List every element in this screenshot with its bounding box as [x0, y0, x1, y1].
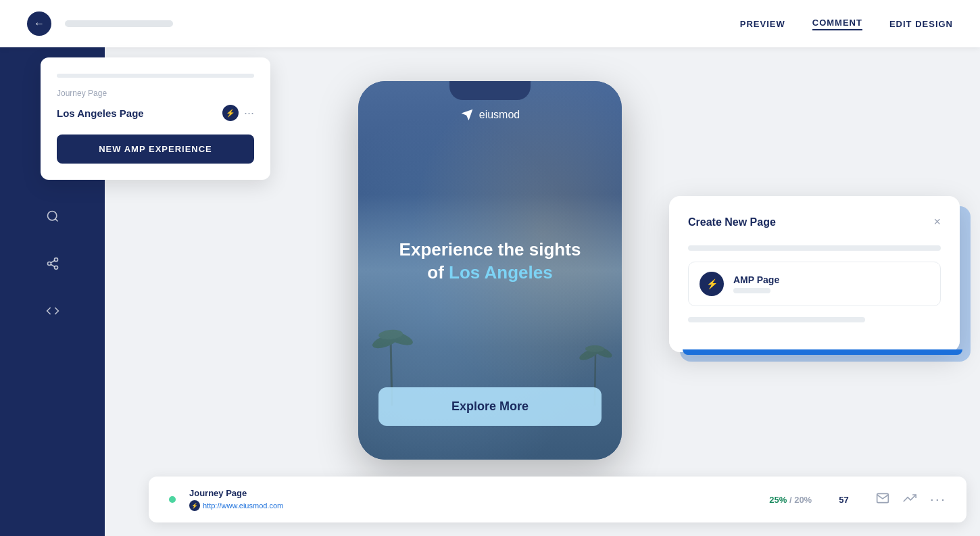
mail-icon[interactable] [876, 491, 889, 508]
bottom-info: Journey Page ⚡ http://www.eiusmod.com [189, 488, 756, 511]
sidebar-icon-share[interactable] [39, 250, 66, 277]
breadcrumb-bar [65, 20, 173, 27]
stat-number: 57 [839, 495, 848, 505]
more-icon[interactable]: ··· [930, 491, 946, 508]
journey-section-label: Journey Page [57, 89, 254, 98]
svg-point-7 [47, 262, 51, 266]
svg-line-9 [51, 264, 55, 266]
mobile-header: eiusmod [358, 108, 622, 122]
svg-point-8 [54, 266, 57, 269]
stat-percent: 25% / 20% [769, 495, 812, 505]
bottom-stats: 25% / 20% 57 ··· [769, 491, 946, 508]
journey-page-name: Los Angeles Page [57, 107, 144, 119]
amp-option-content: AMP Page [733, 274, 779, 293]
top-nav: ← PREVIEW COMMENT EDIT DESIGN [0, 0, 980, 47]
journey-divider-top [57, 74, 254, 78]
new-amp-experience-button[interactable]: NEW AMP EXPERIENCE [57, 135, 254, 164]
headline-highlight: Los Angeles [449, 262, 553, 282]
journey-row: Los Angeles Page ⚡ ··· [57, 105, 254, 121]
amp-option-subtitle-bar [733, 288, 770, 293]
bottom-bar: Journey Page ⚡ http://www.eiusmod.com 25… [149, 477, 966, 522]
chart-icon[interactable] [903, 491, 916, 508]
svg-line-5 [55, 219, 57, 222]
svg-point-6 [54, 258, 57, 262]
amp-option-icon: ⚡ [700, 272, 724, 296]
journey-row-right: ⚡ ··· [222, 105, 254, 121]
nav-right: PREVIEW COMMENT EDIT DESIGN [740, 18, 953, 30]
mobile-cta-button[interactable]: Explore More [378, 387, 602, 426]
bottom-page-name: Journey Page [189, 488, 756, 498]
mobile-headline: Experience the sights of Los Angeles [358, 239, 622, 285]
nav-link-preview[interactable]: PREVIEW [740, 19, 785, 29]
headline-line2-prefix: of [427, 262, 449, 282]
amp-badge-icon: ⚡ [222, 105, 239, 121]
nav-link-comment[interactable]: COMMENT [812, 18, 862, 30]
svg-point-18 [585, 345, 604, 352]
amp-option-label: AMP Page [733, 274, 779, 285]
headline-line1: Experience the sights [399, 239, 581, 260]
svg-point-4 [47, 212, 56, 220]
mobile-brand-name: eiusmod [479, 109, 520, 121]
mobile-notch [449, 81, 531, 100]
mobile-preview: eiusmod Experience the sights of Los Ang… [358, 81, 622, 460]
close-panel-button[interactable]: × [933, 215, 941, 229]
nav-link-edit-design[interactable]: EDIT DESIGN [889, 19, 953, 29]
option-bar-top [688, 245, 941, 251]
status-dot [169, 496, 176, 503]
amp-page-option[interactable]: ⚡ AMP Page [688, 262, 941, 306]
option-bar-bottom [688, 317, 865, 322]
journey-panel: Journey Page Los Angeles Page ⚡ ··· NEW … [41, 57, 270, 180]
bottom-actions: ··· [876, 491, 946, 508]
create-new-page-panel: Create New Page × ⚡ AMP Page [669, 196, 960, 352]
sidebar-icon-code[interactable] [39, 297, 66, 324]
stat-percent-gray: 20% [794, 495, 812, 505]
bottom-url-text: http://www.eiusmod.com [203, 502, 283, 510]
back-button[interactable]: ← [27, 11, 51, 36]
sidebar-icon-search-doc[interactable] [39, 203, 66, 230]
nav-left: ← [27, 11, 173, 36]
svg-line-10 [51, 260, 55, 262]
create-panel-title: Create New Page [688, 216, 776, 228]
url-amp-badge: ⚡ [189, 500, 200, 511]
stat-percent-green: 25% [769, 495, 787, 505]
bottom-url: ⚡ http://www.eiusmod.com [189, 500, 756, 511]
journey-more-btn[interactable]: ··· [244, 106, 254, 120]
create-panel-header: Create New Page × [688, 215, 941, 229]
